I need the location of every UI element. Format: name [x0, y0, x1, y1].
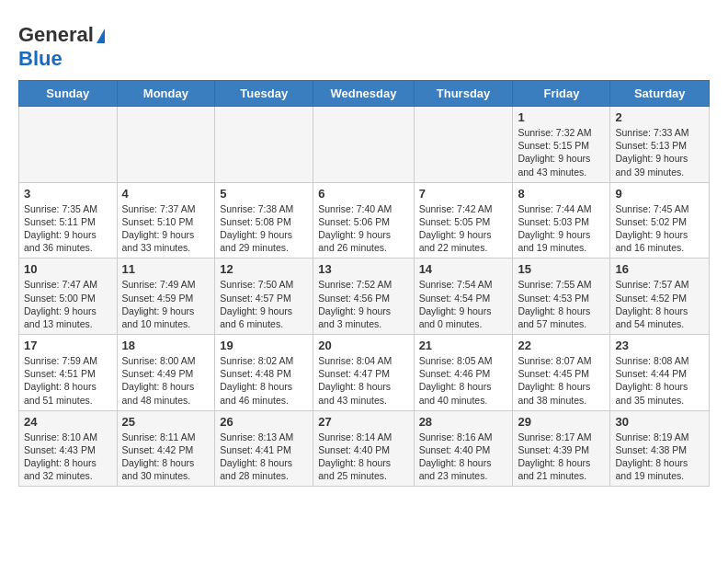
day-info: Sunrise: 7:47 AMSunset: 5:00 PMDaylight:… — [24, 278, 112, 330]
day-number: 29 — [518, 415, 605, 429]
calendar-cell: 19Sunrise: 8:02 AMSunset: 4:48 PMDayligh… — [215, 335, 313, 411]
calendar-cell: 13Sunrise: 7:52 AMSunset: 4:56 PMDayligh… — [313, 259, 414, 335]
day-info: Sunrise: 7:57 AMSunset: 4:52 PMDaylight:… — [615, 278, 704, 330]
calendar-cell: 27Sunrise: 8:14 AMSunset: 4:40 PMDayligh… — [313, 410, 414, 487]
logo-general: General — [18, 23, 94, 46]
logo-text: General Blue — [18, 23, 105, 71]
calendar-cell — [215, 107, 313, 183]
day-info: Sunrise: 7:54 AMSunset: 4:54 PMDaylight:… — [419, 278, 508, 330]
header-day-thursday: Thursday — [414, 81, 513, 107]
calendar-cell: 18Sunrise: 8:00 AMSunset: 4:49 PMDayligh… — [117, 335, 215, 411]
day-number: 17 — [24, 339, 112, 352]
calendar-cell: 11Sunrise: 7:49 AMSunset: 4:59 PMDayligh… — [117, 259, 215, 335]
day-info: Sunrise: 8:19 AMSunset: 4:38 PMDaylight:… — [615, 431, 704, 483]
day-info: Sunrise: 7:35 AMSunset: 5:11 PMDaylight:… — [24, 202, 112, 255]
day-info: Sunrise: 7:33 AMSunset: 5:13 PMDaylight:… — [615, 126, 704, 178]
week-row-4: 17Sunrise: 7:59 AMSunset: 4:51 PMDayligh… — [19, 335, 710, 411]
calendar-cell: 16Sunrise: 7:57 AMSunset: 4:52 PMDayligh… — [610, 259, 710, 335]
day-number: 26 — [220, 415, 308, 429]
day-number: 22 — [518, 339, 605, 352]
calendar-cell: 10Sunrise: 7:47 AMSunset: 5:00 PMDayligh… — [19, 259, 118, 335]
week-row-5: 24Sunrise: 8:10 AMSunset: 4:43 PMDayligh… — [19, 410, 710, 487]
calendar-cell: 12Sunrise: 7:50 AMSunset: 4:57 PMDayligh… — [215, 259, 313, 335]
day-info: Sunrise: 8:00 AMSunset: 4:49 PMDaylight:… — [122, 354, 210, 407]
day-number: 28 — [419, 415, 508, 429]
calendar-cell: 30Sunrise: 8:19 AMSunset: 4:38 PMDayligh… — [610, 410, 710, 487]
day-info: Sunrise: 7:38 AMSunset: 5:08 PMDaylight:… — [220, 202, 308, 255]
day-info: Sunrise: 8:17 AMSunset: 4:39 PMDaylight:… — [518, 431, 605, 483]
calendar-cell: 29Sunrise: 8:17 AMSunset: 4:39 PMDayligh… — [513, 410, 610, 487]
day-info: Sunrise: 8:08 AMSunset: 4:44 PMDaylight:… — [615, 354, 704, 407]
week-row-3: 10Sunrise: 7:47 AMSunset: 5:00 PMDayligh… — [19, 259, 710, 335]
calendar-cell: 2Sunrise: 7:33 AMSunset: 5:13 PMDaylight… — [610, 107, 710, 183]
calendar-cell: 6Sunrise: 7:40 AMSunset: 5:06 PMDaylight… — [313, 182, 414, 259]
day-number: 25 — [122, 415, 210, 429]
calendar-body: 1Sunrise: 7:32 AMSunset: 5:15 PMDaylight… — [19, 107, 710, 487]
day-number: 4 — [122, 187, 210, 201]
day-info: Sunrise: 7:49 AMSunset: 4:59 PMDaylight:… — [122, 278, 210, 330]
day-number: 19 — [220, 339, 308, 352]
week-row-2: 3Sunrise: 7:35 AMSunset: 5:11 PMDaylight… — [19, 182, 710, 259]
calendar-cell: 8Sunrise: 7:44 AMSunset: 5:03 PMDaylight… — [513, 182, 610, 259]
calendar-cell — [19, 107, 118, 183]
day-info: Sunrise: 7:52 AMSunset: 4:56 PMDaylight:… — [318, 278, 408, 330]
week-row-1: 1Sunrise: 7:32 AMSunset: 5:15 PMDaylight… — [19, 107, 710, 183]
calendar-cell: 7Sunrise: 7:42 AMSunset: 5:05 PMDaylight… — [414, 182, 513, 259]
day-info: Sunrise: 8:11 AMSunset: 4:42 PMDaylight:… — [122, 431, 210, 483]
day-info: Sunrise: 7:37 AMSunset: 5:10 PMDaylight:… — [122, 202, 210, 255]
day-info: Sunrise: 7:59 AMSunset: 4:51 PMDaylight:… — [24, 354, 112, 407]
calendar-cell: 26Sunrise: 8:13 AMSunset: 4:41 PMDayligh… — [215, 410, 313, 487]
calendar-cell: 28Sunrise: 8:16 AMSunset: 4:40 PMDayligh… — [414, 410, 513, 487]
header-day-saturday: Saturday — [610, 81, 710, 107]
calendar-cell: 14Sunrise: 7:54 AMSunset: 4:54 PMDayligh… — [414, 259, 513, 335]
calendar-cell: 3Sunrise: 7:35 AMSunset: 5:11 PMDaylight… — [19, 182, 118, 259]
day-number: 2 — [615, 110, 704, 124]
day-info: Sunrise: 8:02 AMSunset: 4:48 PMDaylight:… — [220, 354, 308, 407]
header-day-wednesday: Wednesday — [313, 81, 414, 107]
calendar-cell: 22Sunrise: 8:07 AMSunset: 4:45 PMDayligh… — [513, 335, 610, 411]
day-number: 23 — [615, 339, 704, 352]
logo-blue: Blue — [18, 47, 63, 70]
calendar-cell — [313, 107, 414, 183]
day-number: 12 — [220, 262, 308, 276]
day-number: 24 — [24, 415, 112, 429]
day-number: 5 — [220, 187, 308, 201]
header-day-monday: Monday — [117, 81, 215, 107]
logo-triangle-icon — [97, 29, 105, 43]
calendar-cell: 1Sunrise: 7:32 AMSunset: 5:15 PMDaylight… — [513, 107, 610, 183]
calendar-cell: 5Sunrise: 7:38 AMSunset: 5:08 PMDaylight… — [215, 182, 313, 259]
header-day-friday: Friday — [513, 81, 610, 107]
day-number: 9 — [615, 187, 704, 201]
page-header: General Blue — [18, 18, 710, 71]
calendar-cell: 17Sunrise: 7:59 AMSunset: 4:51 PMDayligh… — [19, 335, 118, 411]
day-number: 8 — [518, 187, 605, 201]
day-info: Sunrise: 7:32 AMSunset: 5:15 PMDaylight:… — [518, 126, 605, 178]
header-row: SundayMondayTuesdayWednesdayThursdayFrid… — [19, 81, 710, 107]
day-number: 15 — [518, 262, 605, 276]
day-number: 6 — [318, 187, 408, 201]
day-number: 16 — [615, 262, 704, 276]
day-info: Sunrise: 8:14 AMSunset: 4:40 PMDaylight:… — [318, 431, 408, 483]
day-number: 20 — [318, 339, 408, 352]
calendar-cell: 20Sunrise: 8:04 AMSunset: 4:47 PMDayligh… — [313, 335, 414, 411]
day-info: Sunrise: 7:40 AMSunset: 5:06 PMDaylight:… — [318, 202, 408, 255]
day-info: Sunrise: 8:07 AMSunset: 4:45 PMDaylight:… — [518, 354, 605, 407]
calendar-header: SundayMondayTuesdayWednesdayThursdayFrid… — [19, 81, 710, 107]
day-number: 30 — [615, 415, 704, 429]
day-info: Sunrise: 7:55 AMSunset: 4:53 PMDaylight:… — [518, 278, 605, 330]
day-info: Sunrise: 7:44 AMSunset: 5:03 PMDaylight:… — [518, 202, 605, 255]
day-number: 7 — [419, 187, 508, 201]
day-number: 27 — [318, 415, 408, 429]
calendar-cell: 25Sunrise: 8:11 AMSunset: 4:42 PMDayligh… — [117, 410, 215, 487]
day-info: Sunrise: 8:10 AMSunset: 4:43 PMDaylight:… — [24, 431, 112, 483]
day-info: Sunrise: 8:13 AMSunset: 4:41 PMDaylight:… — [220, 431, 308, 483]
day-number: 1 — [518, 110, 605, 124]
day-info: Sunrise: 7:50 AMSunset: 4:57 PMDaylight:… — [220, 278, 308, 330]
day-info: Sunrise: 8:04 AMSunset: 4:47 PMDaylight:… — [318, 354, 408, 407]
calendar-cell: 4Sunrise: 7:37 AMSunset: 5:10 PMDaylight… — [117, 182, 215, 259]
day-number: 3 — [24, 187, 112, 201]
day-number: 13 — [318, 262, 408, 276]
calendar-cell — [117, 107, 215, 183]
day-number: 11 — [122, 262, 210, 276]
day-number: 18 — [122, 339, 210, 352]
